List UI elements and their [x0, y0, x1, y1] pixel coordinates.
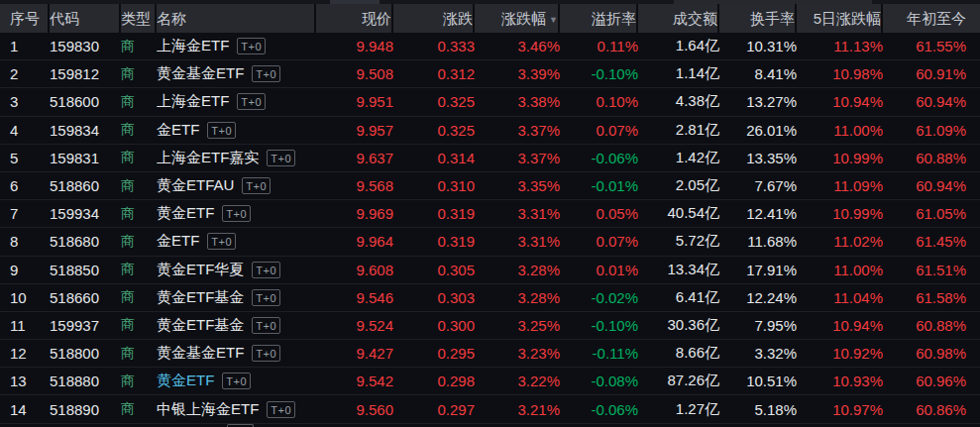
- row-index: 2: [0, 65, 50, 82]
- turnover-amount: 1.42亿: [638, 149, 719, 167]
- security-type-tag: 商: [121, 373, 157, 390]
- security-code: 518860: [50, 177, 121, 194]
- turnover-amount: 2.81亿: [638, 121, 719, 140]
- column-header-label: 成交额: [673, 10, 717, 27]
- change-percent: 3.25%: [475, 317, 560, 334]
- security-type-tag: 商: [121, 345, 157, 363]
- security-code: 518850: [50, 262, 121, 278]
- row-index: 13: [0, 373, 50, 389]
- security-name-cell: 黄金ETF基金T+0: [157, 288, 316, 307]
- price-change: 0.295: [393, 345, 475, 362]
- turnover-rate: 10.31%: [719, 38, 797, 54]
- column-header-type[interactable]: 类型: [121, 4, 157, 33]
- column-header-seq[interactable]: 序号: [0, 4, 50, 33]
- price-change: 0.312: [393, 65, 475, 82]
- security-code: 159812: [50, 65, 121, 82]
- table-row[interactable]: 8518680商金ETFT+09.9640.3193.31%0.07%5.72亿…: [0, 228, 980, 256]
- ytd-change: 61.09%: [883, 122, 980, 139]
- t0-trading-badge: T+0: [252, 65, 280, 82]
- price-change: 0.325: [393, 122, 475, 139]
- table-row[interactable]: 10518660商黄金ETF基金T+09.5460.3033.28%-0.02%…: [0, 284, 980, 312]
- table-row[interactable]: 6518860商黄金ETFAUT+09.5680.3103.35%-0.01%2…: [0, 172, 980, 200]
- table-row[interactable]: 13518880商黄金ETFT+09.5420.2983.22%-0.08%87…: [0, 368, 980, 395]
- security-code: 518880: [50, 373, 121, 389]
- security-name: 金ETF: [157, 232, 199, 251]
- table-row[interactable]: 12518800商黄金基金ETFT+09.4270.2953.23%-0.11%…: [0, 340, 980, 368]
- row-index: 6: [0, 177, 50, 194]
- column-header-label: 5日涨跌幅: [814, 10, 881, 27]
- turnover-amount: 1.27亿: [638, 400, 719, 419]
- turnover-amount: 1.14亿: [638, 64, 719, 83]
- security-name: 金ETF: [157, 121, 199, 140]
- last-price: 9.951: [316, 93, 393, 110]
- scrollbar-fragment: [330, 0, 380, 4]
- security-name-cell: 黄金基金ETFT+0: [157, 64, 316, 83]
- price-change: 0.310: [393, 177, 475, 194]
- five-day-change: 11.04%: [797, 289, 883, 306]
- security-name: 上海金ETF: [157, 37, 229, 55]
- security-name-cell: 上海金ETFT+0: [157, 37, 316, 55]
- column-header-change_pct[interactable]: 涨跌幅▼: [475, 4, 560, 33]
- turnover-amount: 2.05亿: [638, 176, 719, 195]
- table-row[interactable]: 3518600商上海金ETFT+09.9510.3253.38%0.10%4.3…: [0, 88, 980, 116]
- last-price: 9.957: [316, 122, 393, 139]
- premium-discount-rate: -0.08%: [560, 373, 638, 389]
- row-index: 5: [0, 150, 50, 166]
- table-row[interactable]: 4159834商金ETFT+09.9570.3253.37%0.07%2.81亿…: [0, 117, 980, 145]
- table-row[interactable]: 9518850商黄金ETF华夏T+09.6080.3053.28%0.01%13…: [0, 257, 980, 284]
- change-percent: 3.21%: [475, 401, 560, 418]
- security-name-cell: 黄金ETF华夏T+0: [157, 261, 316, 279]
- column-header-ytd[interactable]: 年初至今: [883, 4, 980, 33]
- security-name-cell: 中银上海金ETFT+0: [157, 400, 316, 419]
- change-percent: 3.39%: [475, 65, 560, 82]
- row-index: 4: [0, 122, 50, 139]
- ytd-change: 61.05%: [883, 205, 980, 222]
- column-header-price[interactable]: 现价: [316, 4, 393, 33]
- column-header-code[interactable]: 代码: [50, 4, 121, 33]
- security-type-tag: 商: [121, 400, 157, 418]
- security-type-tag: 商: [121, 205, 157, 223]
- premium-discount-rate: -0.06%: [560, 150, 638, 166]
- security-name-cell: 上海金ETFT+0: [157, 92, 316, 111]
- etf-quote-table-window: 序号代码类型名称现价涨跌涨跌幅▼溢折率成交额换手率5日涨跌幅年初至今 11598…: [0, 0, 980, 427]
- ytd-change: 60.86%: [883, 401, 980, 418]
- row-index: 7: [0, 205, 50, 222]
- row-index: 10: [0, 289, 50, 306]
- column-header-label: 换手率: [750, 10, 795, 27]
- table-row[interactable]: 7159934商黄金ETFT+09.9690.3193.31%0.05%40.5…: [0, 200, 980, 228]
- turnover-rate: 26.01%: [719, 122, 797, 139]
- last-price: 9.608: [316, 262, 393, 278]
- table-row[interactable]: 1159830商上海金ETFT+09.9480.3333.46%0.11%1.6…: [0, 33, 980, 60]
- column-header-d5_pct[interactable]: 5日涨跌幅: [797, 4, 883, 33]
- ytd-change: 61.45%: [883, 233, 980, 250]
- five-day-change: 11.09%: [797, 177, 883, 194]
- ytd-change: 60.94%: [883, 93, 980, 110]
- turnover-rate: 10.51%: [719, 373, 797, 389]
- turnover-amount: 30.36亿: [638, 316, 719, 335]
- five-day-change: 10.94%: [797, 317, 883, 334]
- column-header-change[interactable]: 涨跌: [393, 4, 475, 33]
- security-name-cell: 金ETFT+0: [157, 232, 316, 251]
- turnover-rate: 12.24%: [719, 289, 797, 306]
- five-day-change: 10.97%: [797, 401, 883, 418]
- column-header-name[interactable]: 名称: [157, 4, 316, 33]
- five-day-change: 11.13%: [797, 38, 883, 54]
- table-row[interactable]: 11159937商黄金ETF基金T+09.5240.3003.25%-0.10%…: [0, 312, 980, 340]
- premium-discount-rate: -0.02%: [560, 289, 638, 306]
- security-type-tag: 商: [121, 316, 157, 334]
- table-row[interactable]: 14518890商中银上海金ETFT+09.5600.2973.21%-0.06…: [0, 395, 980, 423]
- security-name: 上海金ETF: [157, 92, 229, 111]
- security-type-tag: 商: [121, 38, 157, 55]
- table-row[interactable]: 2159812商黄金基金ETFT+09.5080.3123.39%-0.10%1…: [0, 60, 980, 88]
- security-code: 159830: [50, 38, 121, 54]
- security-type-tag: 商: [121, 121, 157, 139]
- turnover-rate: 11.68%: [719, 233, 797, 250]
- sort-desc-icon: ▼: [549, 15, 558, 25]
- table-row[interactable]: 5159831商上海金ETF嘉实T+09.6370.3143.37%-0.06%…: [0, 145, 980, 172]
- t0-trading-badge: T+0: [252, 262, 280, 278]
- column-header-turnover[interactable]: 成交额: [638, 4, 719, 33]
- column-header-turnover_rate[interactable]: 换手率: [719, 4, 797, 33]
- column-header-label: 溢折率: [592, 10, 636, 27]
- column-header-premium[interactable]: 溢折率: [560, 4, 638, 33]
- turnover-rate: 8.41%: [719, 65, 797, 82]
